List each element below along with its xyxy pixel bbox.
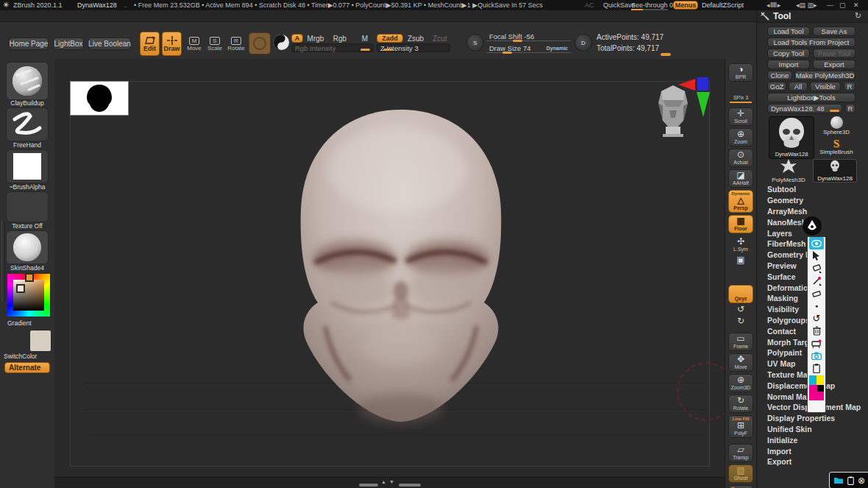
whiteboard-button[interactable] [809,337,824,350]
right-shelf-button[interactable]: ▣ [728,255,753,266]
right-shelf-button[interactable]: Dynamic ◎ Solo [728,485,753,488]
paste-tool-button[interactable]: Paste Tool [813,49,855,58]
tool-palette-header[interactable]: Tool ↻ [757,10,868,23]
visibility-eye-button[interactable] [809,237,824,250]
texture-thumb[interactable] [6,191,49,222]
lightbox-button[interactable]: LightBox [53,38,84,50]
tool-quicksave-slider[interactable]: DynaWax128. 48 [767,104,842,113]
color-swatch-button[interactable] [809,375,824,400]
tool-section-header[interactable]: Subtool [757,184,868,195]
make-polymesh3d-button[interactable]: Make PolyMesh3D [794,71,855,80]
rgb-intensity-slider[interactable]: Rgb Intensity [291,43,374,52]
mrgb-a-button[interactable]: A [291,34,303,43]
dot-size-button[interactable]: ● [809,300,824,312]
clear-trash-button[interactable] [809,325,824,337]
tool-section-header[interactable]: Initialize [757,434,868,445]
import-button[interactable]: Import [767,60,810,69]
sculpt-viewport[interactable] [54,59,725,477]
right-shelf-button[interactable]: ▱ Transp [728,444,753,462]
right-shelf-button[interactable]: ⊙ Actual [728,149,753,167]
zsub-button[interactable]: Zsub [405,34,426,43]
active-tool-thumb[interactable]: DynaWax128 [769,116,814,159]
right-shelf-button[interactable]: ✥ Move [728,353,753,372]
brush-thumb-claybuildup[interactable] [6,62,49,100]
rotate-mode-button[interactable]: R Rotate [226,32,246,56]
m-button[interactable]: M [359,34,371,43]
alpha-thumb[interactable] [6,149,49,183]
right-shelf-button[interactable]: ↺ [728,304,753,315]
right-shelf-button[interactable]: ✣ L.Sym [728,236,753,254]
goz-all-button[interactable]: All [789,82,808,91]
tool-section-header[interactable]: Export [757,456,868,467]
rgb-intensity-nub[interactable] [360,49,370,51]
right-shelf-button[interactable]: ⊕ Zoom3D [728,374,753,392]
minimize-button[interactable]: — [827,1,833,9]
move-mode-button[interactable]: M Move [185,32,204,56]
edit-mode-button[interactable]: Edit [140,32,160,56]
pen-mode-button[interactable] [809,262,824,275]
eraser-button[interactable] [809,287,824,300]
right-shelf-button[interactable]: SPix 3 [728,84,753,105]
right-shelf-button[interactable]: Dynamic △ Persp [728,190,753,213]
default-zscript-button[interactable]: DefaultZScript [702,1,744,9]
tool-thumb-simplebrush[interactable]: S SimpleBrush [816,138,857,159]
tool-section-header[interactable]: Import [757,445,868,456]
mrgb-button[interactable]: Mrgb [305,34,326,43]
undo-button[interactable]: ↺ [809,312,824,325]
line-tool-button[interactable] [809,275,824,287]
axis-gizmo[interactable] [678,77,711,118]
tool-section-header[interactable]: ArrayMesh [757,206,868,217]
folder-icon[interactable] [833,476,844,484]
tray-handle-left[interactable] [359,484,378,487]
alternate-button[interactable]: Alternate [4,362,50,373]
right-shelf-button[interactable]: ✛ Scroll [728,107,753,126]
zcut-button[interactable]: Zcut [430,34,449,43]
tray-divider-handle[interactable] [1,221,5,302]
ui-layout-icons[interactable]: ◂ ‖‖‖ ▸ [766,1,780,9]
right-shelf-button[interactable]: ▨ Ghost [728,464,753,483]
goz-visible-button[interactable]: Visible [810,82,841,91]
tool-section-header[interactable]: Display Properties [757,413,868,424]
clipboard-save-icon[interactable] [847,476,854,485]
tray-collapse-icon[interactable]: ▼ [389,479,394,484]
see-through-slider[interactable]: See-through 0 [631,1,673,9]
stroke-preview[interactable] [249,32,271,54]
tool-slider-r-button[interactable]: R [845,104,855,113]
quicksave-button[interactable]: QuickSave [603,1,636,9]
clone-button[interactable]: Clone [767,71,792,80]
save-as-button[interactable]: Save As [813,26,855,36]
focal-shift-dial[interactable]: S [466,34,484,52]
live-boolean-button[interactable]: Live Boolean [88,38,131,50]
window-arrange-icons[interactable]: ◂▤ ▥▸ [796,1,817,9]
scale-mode-button[interactable]: S Scale [205,32,224,56]
right-shelf-button[interactable]: Line Fill ⊞ PolyF [728,415,753,438]
z-intensity-slider[interactable]: Z Intensity 3 [377,43,450,52]
overlay-close-icon[interactable]: ⊗ [858,476,865,485]
z-intensity-nub[interactable] [383,49,393,51]
focal-shift-slider[interactable]: Focal Shift -56 [486,32,571,41]
right-shelf-button[interactable]: ↻ Rotate [728,395,753,413]
goz-r-button[interactable]: R [844,82,855,91]
right-shelf-button[interactable]: ⊕ Zoom [728,128,753,146]
palette-reset-icon[interactable]: ↻ [855,11,861,21]
tool-section-header[interactable]: Unified Skin [757,424,868,435]
load-tools-from-project-button[interactable]: Load Tools From Project [767,38,855,47]
zadd-button[interactable]: Zadd [377,34,403,43]
material-thumb[interactable] [6,230,49,264]
hue-marker[interactable] [25,273,34,282]
select-cursor-button[interactable] [809,250,824,262]
draw-size-dial[interactable]: D [574,34,592,52]
tray-handle-right[interactable] [399,484,421,487]
right-shelf-button[interactable]: ◪ AAHalf [728,169,753,188]
brush-thumb-freehand[interactable] [6,107,49,141]
load-tool-button[interactable]: Load Tool [767,26,810,36]
menus-toggle-button[interactable]: Menus [673,1,698,10]
material-preview[interactable] [273,34,290,51]
clipboard-button[interactable] [809,362,824,375]
color-marker[interactable] [16,284,25,293]
screenshot-button[interactable] [809,350,824,362]
draw-size-nub[interactable] [502,52,512,54]
right-shelf-button[interactable]: ↻ [728,316,753,327]
focal-shift-nub[interactable] [513,40,522,42]
right-shelf-button[interactable]: ▭ Frame [728,333,753,351]
